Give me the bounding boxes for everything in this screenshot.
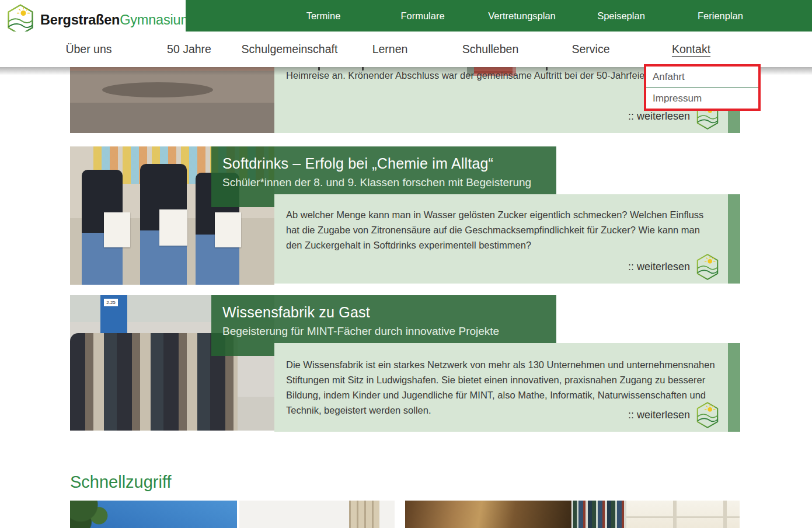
accent-bar bbox=[728, 343, 740, 432]
article-teaser-panel: Ab welcher Menge kann man in Wasser gelö… bbox=[274, 194, 728, 284]
news-card: 2.25 Wissensfabrik zu Gast Begeisterung … bbox=[70, 295, 740, 431]
brand-name: BergstraßenGymnasium bbox=[40, 12, 192, 28]
page: Heimreise an. Krönender Abschluss war de… bbox=[0, 0, 812, 528]
article-subtitle: Begeisterung für MINT-Fächer durch innov… bbox=[222, 325, 548, 338]
dropdown-item-anfahrt[interactable]: Anfahrt bbox=[646, 67, 758, 88]
main-nav-ueber-uns[interactable]: Über uns bbox=[39, 43, 139, 56]
article-title: Wissensfabrik zu Gast bbox=[222, 304, 548, 321]
brand-name-bold: Bergstraßen bbox=[40, 12, 120, 27]
utility-nav: Termine Formulare Vertretungsplan Speise… bbox=[186, 0, 812, 32]
article-teaser-text: Ab welcher Menge kann man in Wasser gelö… bbox=[286, 207, 716, 253]
accent-bar bbox=[728, 194, 740, 284]
utility-nav-ferienplan[interactable]: Ferienplan bbox=[671, 11, 770, 22]
quick-image-tree-and-sky[interactable] bbox=[70, 501, 237, 528]
article-teaser-panel: Die Wissensfabrik ist ein starkes Netzwe… bbox=[274, 343, 728, 432]
photo-shape bbox=[104, 212, 130, 247]
read-more-label: :: weiterlesen bbox=[628, 261, 690, 273]
brand-name-green: Gymnasium bbox=[120, 12, 192, 27]
photo-shape bbox=[573, 501, 626, 528]
door-sign: 2.25 bbox=[104, 299, 118, 306]
main-nav-lernen[interactable]: Lernen bbox=[340, 43, 440, 56]
photo-shape bbox=[626, 501, 740, 528]
utility-nav-formulare[interactable]: Formulare bbox=[373, 11, 472, 22]
photo-shape bbox=[349, 501, 379, 528]
main-nav-kontakt[interactable]: Kontakt bbox=[641, 43, 741, 56]
news-card: Softdrinks – Erfolg bei „Chemie im Allta… bbox=[70, 146, 740, 285]
photo-shape bbox=[215, 212, 241, 247]
read-more-link[interactable]: :: weiterlesen bbox=[628, 253, 720, 281]
quick-image-wooden-interior[interactable] bbox=[405, 501, 571, 528]
quick-image-library-shelves[interactable] bbox=[573, 501, 740, 528]
utility-nav-vertretungsplan[interactable]: Vertretungsplan bbox=[472, 11, 571, 22]
article-subtitle: Schüler*innen der 8. und 9. Klassen fors… bbox=[222, 176, 548, 189]
main-nav-service[interactable]: Service bbox=[541, 43, 641, 56]
dropdown-item-impressum[interactable]: Impressum bbox=[646, 88, 758, 109]
photo-shape bbox=[102, 82, 213, 97]
main-nav-schulgemeinschaft[interactable]: Schulgemeinschaft bbox=[239, 43, 340, 56]
read-more-label: :: weiterlesen bbox=[628, 409, 690, 421]
kontakt-dropdown-highlight: Anfahrt Impressum bbox=[644, 64, 761, 111]
utility-nav-speiseplan[interactable]: Speiseplan bbox=[571, 11, 671, 22]
quick-access-row bbox=[70, 501, 740, 528]
hexagon-sun-hills-icon bbox=[695, 253, 720, 281]
read-more-label: :: weiterlesen bbox=[628, 110, 690, 123]
site-header: BergstraßenGymnasium Termine Formulare V… bbox=[0, 0, 812, 67]
main-nav-schulleben[interactable]: Schulleben bbox=[440, 43, 541, 56]
hexagon-sun-hills-icon bbox=[695, 401, 720, 429]
main-nav-50-jahre[interactable]: 50 Jahre bbox=[139, 43, 239, 56]
utility-nav-termine[interactable]: Termine bbox=[274, 11, 373, 22]
quick-access-heading: Schnellzugriff bbox=[70, 473, 172, 492]
main-nav: Über uns 50 Jahre Schulgemeinschaft Lern… bbox=[0, 32, 812, 67]
article-title: Softdrinks – Erfolg bei „Chemie im Allta… bbox=[222, 155, 548, 172]
quick-image-building-with-tower[interactable] bbox=[239, 501, 395, 528]
read-more-link[interactable]: :: weiterlesen bbox=[628, 401, 720, 429]
photo-shape bbox=[159, 209, 187, 246]
photo-shape bbox=[70, 501, 130, 528]
